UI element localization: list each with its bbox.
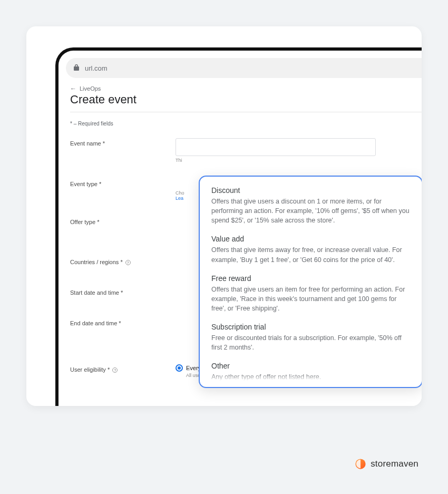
label-event-type: Event type * <box>70 179 176 187</box>
label-countries: Countries / regions * <box>70 259 123 265</box>
dropdown-option-title: Free reward <box>211 274 410 283</box>
row-event-name: Event name * Thi <box>70 138 422 163</box>
help-icon[interactable]: ? <box>125 260 131 265</box>
event-name-input[interactable] <box>176 138 376 156</box>
divider <box>70 112 422 112</box>
label-offer-type: Offer type * <box>70 217 176 225</box>
url-text: url.com <box>85 64 108 72</box>
event-type-hint-1: Cho <box>176 190 184 196</box>
help-icon[interactable]: ? <box>112 367 118 373</box>
dropdown-option-title: Value add <box>211 235 410 243</box>
event-type-learn-link[interactable]: Lea <box>176 196 183 201</box>
event-name-hint: Thi <box>176 158 422 163</box>
dropdown-option-other[interactable]: Other Any other type of offer not listed… <box>211 362 410 382</box>
required-fields-note: * – Required fields <box>70 121 422 127</box>
breadcrumb-parent: LiveOps <box>80 85 101 92</box>
dropdown-option-title: Other <box>211 362 410 370</box>
brand-logo: storemaven <box>355 458 418 470</box>
lock-icon <box>73 64 80 73</box>
card-container: url.com ← LiveOps Create event * – Requi… <box>26 26 422 406</box>
dropdown-option-title: Discount <box>211 186 410 195</box>
label-user-eligibility: User eligibility * <box>70 366 110 373</box>
dropdown-option-desc: Offers that give items away for free, or… <box>211 245 410 264</box>
dropdown-option-desc: Offers that give users an item for free … <box>211 285 410 313</box>
radio-button-icon <box>176 364 183 372</box>
back-arrow-icon: ← <box>70 85 76 92</box>
brand-mark-icon <box>355 458 366 470</box>
dropdown-option-value-add[interactable]: Value add Offers that give items away fo… <box>211 235 410 264</box>
dropdown-option-desc: Any other type of offer not listed here. <box>211 372 410 382</box>
browser-address-bar[interactable]: url.com <box>66 58 422 78</box>
dropdown-option-discount[interactable]: Discount Offers that give users a discou… <box>211 186 410 225</box>
dropdown-option-title: Subscription trial <box>211 323 410 331</box>
label-end-date: End date and time * <box>70 318 176 326</box>
dropdown-option-desc: Free or discounted trials for a subscrip… <box>211 333 410 352</box>
label-start-date: Start date and time * <box>70 287 176 296</box>
offer-type-dropdown[interactable]: Discount Offers that give users a discou… <box>199 176 422 388</box>
dropdown-option-free-reward[interactable]: Free reward Offers that give users an it… <box>211 274 410 313</box>
page-title: Create event <box>70 93 422 106</box>
label-event-name: Event name * <box>70 138 176 147</box>
brand-name: storemaven <box>371 459 418 469</box>
dropdown-option-desc: Offers that give users a discount on 1 o… <box>211 197 410 225</box>
dropdown-option-subscription-trial[interactable]: Subscription trial Free or discounted tr… <box>211 323 410 352</box>
breadcrumb[interactable]: ← LiveOps <box>70 85 422 92</box>
